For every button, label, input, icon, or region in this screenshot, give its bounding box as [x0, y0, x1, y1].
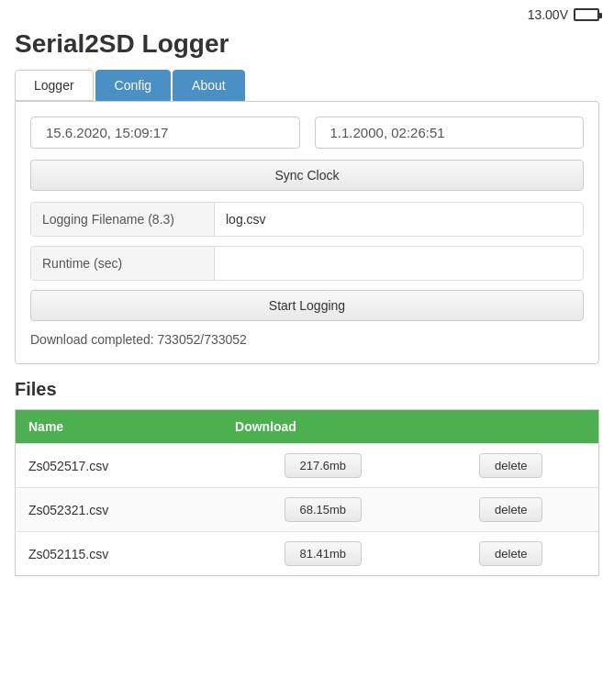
file-name: Zs052517.csv: [16, 444, 223, 488]
runtime-label: Runtime (sec): [31, 247, 215, 280]
col-header-name: Name: [16, 410, 223, 444]
battery-icon: [574, 8, 599, 21]
files-table: Name Download Zs052517.csv 217.6mb delet…: [15, 409, 599, 576]
col-header-action: [424, 410, 599, 444]
download-cell: 81.41mb: [222, 532, 424, 576]
delete-cell: delete: [424, 488, 599, 532]
runtime-input[interactable]: [215, 249, 583, 278]
download-button[interactable]: 217.6mb: [285, 453, 363, 478]
logging-filename-label: Logging Filename (8.3): [31, 203, 215, 236]
delete-cell: delete: [424, 532, 599, 576]
tab-config[interactable]: Config: [95, 70, 171, 101]
clock-device: 1.1.2000, 02:26:51: [315, 117, 585, 149]
download-cell: 217.6mb: [222, 444, 424, 488]
delete-button[interactable]: delete: [479, 497, 542, 522]
delete-button[interactable]: delete: [479, 453, 542, 478]
tab-logger[interactable]: Logger: [15, 70, 94, 101]
file-name: Zs052115.csv: [16, 532, 223, 576]
runtime-row: Runtime (sec): [30, 246, 584, 281]
files-title: Files: [15, 379, 599, 400]
col-header-download: Download: [222, 410, 424, 444]
top-bar: 13.00V: [0, 0, 614, 26]
download-button[interactable]: 68.15mb: [285, 497, 363, 522]
logging-filename-row: Logging Filename (8.3): [30, 202, 584, 237]
page-title: Serial2SD Logger: [0, 26, 614, 70]
files-section: Files Name Download Zs052517.csv 217.6mb…: [15, 379, 599, 576]
tab-about[interactable]: About: [173, 70, 245, 101]
clock-row: 15.6.2020, 15:09:17 1.1.2000, 02:26:51: [30, 117, 584, 149]
table-row: Zs052517.csv 217.6mb delete: [16, 444, 599, 488]
battery-body: [574, 8, 599, 21]
status-text: Download completed: 733052/733052: [30, 330, 584, 349]
table-row: Zs052115.csv 81.41mb delete: [16, 532, 599, 576]
download-cell: 68.15mb: [222, 488, 424, 532]
tabs: Logger Config About: [15, 70, 599, 101]
sync-clock-button[interactable]: Sync Clock: [30, 160, 584, 191]
clock-local: 15.6.2020, 15:09:17: [30, 117, 300, 149]
delete-cell: delete: [424, 444, 599, 488]
delete-button[interactable]: delete: [479, 541, 542, 566]
voltage-text: 13.00V: [528, 7, 568, 22]
logging-filename-input[interactable]: [215, 205, 583, 234]
file-name: Zs052321.csv: [16, 488, 223, 532]
start-logging-button[interactable]: Start Logging: [30, 290, 584, 321]
download-button[interactable]: 81.41mb: [285, 541, 363, 566]
table-row: Zs052321.csv 68.15mb delete: [16, 488, 599, 532]
main-panel: 15.6.2020, 15:09:17 1.1.2000, 02:26:51 S…: [15, 101, 599, 364]
